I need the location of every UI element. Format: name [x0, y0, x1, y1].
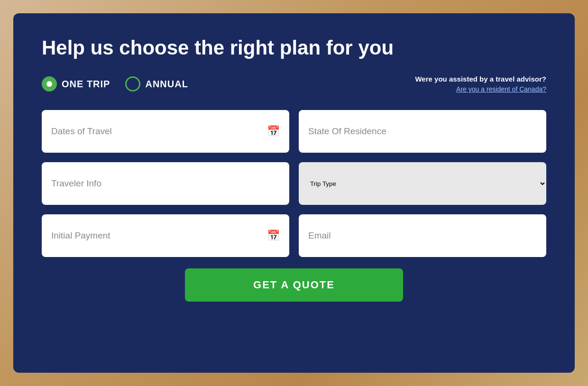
email-field[interactable] — [299, 214, 546, 257]
trip-type-select[interactable]: Trip Type Vacation Business Cruise Adven… — [299, 162, 546, 205]
traveler-info-field[interactable]: Traveler Info — [42, 162, 289, 205]
one-trip-radio[interactable] — [42, 76, 57, 92]
initial-payment-field[interactable]: Initial Payment 📅 — [42, 214, 289, 257]
page-title: Help us choose the right plan for you — [42, 36, 546, 60]
main-card: Help us choose the right plan for you ON… — [13, 13, 575, 373]
options-row: ONE TRIP ANNUAL Were you assisted by a t… — [42, 75, 546, 93]
dates-of-travel-placeholder: Dates of Travel — [51, 126, 112, 137]
advisor-question: Were you assisted by a travel advisor? — [415, 75, 546, 83]
state-of-residence-field[interactable] — [299, 110, 546, 153]
advisor-section: Were you assisted by a travel advisor? A… — [415, 75, 546, 93]
dates-of-travel-field[interactable]: Dates of Travel 📅 — [42, 110, 289, 153]
annual-option[interactable]: ANNUAL — [125, 76, 188, 92]
traveler-info-placeholder: Traveler Info — [51, 178, 101, 189]
annual-radio[interactable] — [125, 76, 140, 92]
get-quote-button[interactable]: GET A QUOTE — [185, 268, 403, 302]
one-trip-label: ONE TRIP — [62, 79, 110, 90]
canada-link[interactable]: Are you a resident of Canada? — [415, 85, 546, 93]
form-grid: Dates of Travel 📅 Traveler Info Trip Typ… — [42, 110, 546, 257]
trip-type-radio-group: ONE TRIP ANNUAL — [42, 76, 188, 92]
initial-payment-placeholder: Initial Payment — [51, 230, 110, 241]
annual-label: ANNUAL — [145, 79, 188, 90]
calendar-icon-payment: 📅 — [267, 230, 280, 242]
one-trip-option[interactable]: ONE TRIP — [42, 76, 110, 92]
calendar-icon-dates: 📅 — [267, 125, 280, 138]
